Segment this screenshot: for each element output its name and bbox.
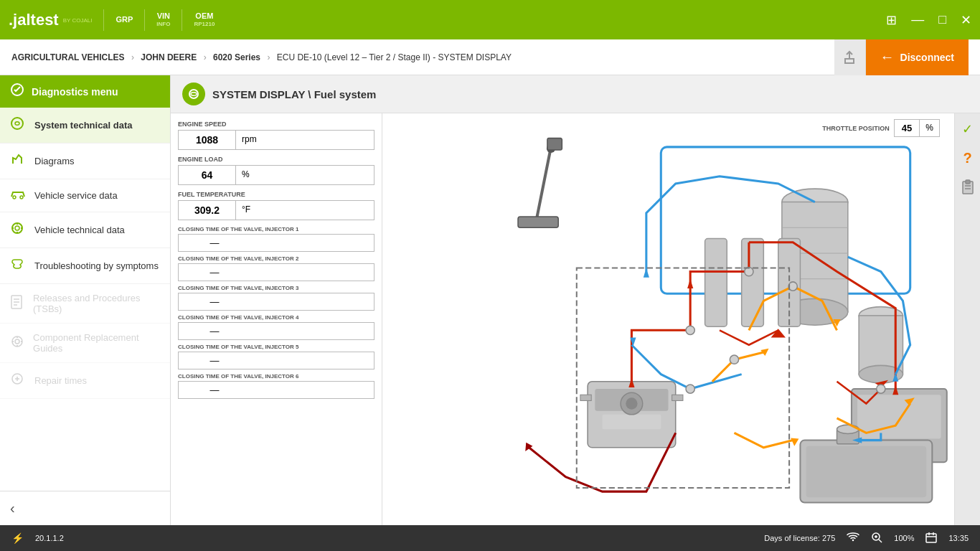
- content-icon: [182, 83, 205, 105]
- calendar-icon: [925, 532, 937, 545]
- svg-point-75: [877, 385, 885, 393]
- engine-load-value: 64: [179, 166, 236, 184]
- closing-4-label: CLOSING TIME OF THE VALVE, INJECTOR 4: [178, 314, 374, 321]
- diagram-area: THROTTLE POSITION 45 %: [382, 113, 954, 525]
- closing-injector-6: CLOSING TIME OF THE VALVE, INJECTOR 6 —: [178, 373, 374, 399]
- releases-icon: [10, 295, 26, 313]
- breadcrumb-6020[interactable]: 6020 Series: [213, 52, 260, 62]
- throttle-overlay-row: 45 %: [894, 119, 940, 137]
- s-icon: [834, 39, 866, 75]
- sep3: ›: [267, 52, 272, 62]
- engine-load-unit: %: [236, 166, 255, 184]
- breadcrumb: AGRICULTURAL VEHICLES › JOHN DEERE › 602…: [11, 52, 834, 62]
- data-panel: ENGINE SPEED 1088 rpm ENGINE LOAD 64 % F…: [171, 113, 382, 525]
- disconnect-button[interactable]: ← Disconnect: [866, 39, 969, 75]
- sidebar-vehicle-tech-label: Vehicle technical data: [34, 225, 125, 235]
- closing-2-label: CLOSING TIME OF THE VALVE, INJECTOR 2: [178, 255, 374, 262]
- clipboard-button[interactable]: [958, 176, 978, 197]
- engine-speed-label: ENGINE SPEED: [178, 121, 374, 128]
- svg-rect-68: [518, 217, 558, 227]
- diagrams-icon: [10, 152, 27, 170]
- sidebar-item-vehicle-service[interactable]: Vehicle service data: [0, 179, 170, 212]
- svg-rect-31: [580, 395, 591, 400]
- closing-4-value: —: [179, 323, 250, 339]
- close-icon[interactable]: ✕: [961, 12, 971, 28]
- sidebar: Diagnostics menu System technical data D…: [0, 75, 171, 525]
- sidebar-item-vehicle-technical[interactable]: Vehicle technical data: [0, 212, 170, 248]
- closing-3-row: —: [178, 293, 374, 311]
- breadcrumb-ecu[interactable]: ECU DE-10 (Level 12 – Tier 2 / Stage II)…: [277, 52, 512, 62]
- sidebar-repair-label: Repair times: [34, 375, 87, 386]
- fuel-temp-value: 309.2: [179, 201, 236, 220]
- closing-4-row: —: [178, 322, 374, 340]
- vin-button[interactable]: VIN INFO: [156, 11, 170, 28]
- time-display: 13:35: [948, 534, 969, 542]
- svg-point-76: [686, 385, 694, 393]
- disconnect-arrow-icon: ←: [880, 49, 895, 65]
- content-area: SYSTEM DISPLAY \ Fuel system ENGINE SPEE…: [171, 75, 980, 525]
- engine-load-row: 64 %: [178, 165, 374, 185]
- throttle-overlay-value: 45: [895, 120, 920, 136]
- grid-icon[interactable]: ⊞: [886, 12, 897, 28]
- sidebar-component-label: Component Replacement Guides: [33, 332, 160, 354]
- svg-point-15: [15, 339, 19, 344]
- wifi-icon: [847, 532, 859, 545]
- disconnect-area: ← Disconnect: [834, 39, 969, 75]
- back-arrow-icon: ‹: [10, 500, 15, 517]
- maximize-icon[interactable]: □: [938, 12, 946, 27]
- breadcrumb-agricultural[interactable]: AGRICULTURAL VEHICLES: [11, 52, 125, 62]
- minimize-icon[interactable]: —: [911, 12, 924, 27]
- svg-point-4: [12, 223, 22, 233]
- sidebar-header: Diagnostics menu: [0, 75, 170, 108]
- svg-rect-50: [705, 239, 727, 327]
- svg-point-1: [11, 118, 23, 129]
- closing-injector-4: CLOSING TIME OF THE VALVE, INJECTOR 4 —: [178, 314, 374, 340]
- logo-by: BY COJALI: [63, 17, 93, 24]
- disconnect-label: Disconnect: [900, 52, 954, 63]
- svg-point-49: [837, 425, 859, 433]
- closing-2-value: —: [179, 264, 250, 281]
- question-button[interactable]: ?: [958, 148, 978, 168]
- bottom-bar: ⚡ 20.1.1.2 Days of license: 275 100% 13:…: [0, 525, 980, 551]
- sep1: ›: [131, 52, 136, 62]
- svg-point-2: [13, 196, 16, 199]
- vehicle-service-icon: [10, 188, 27, 203]
- sidebar-item-repair: Repair times: [0, 363, 170, 399]
- svg-point-14: [12, 336, 22, 347]
- sidebar-title: Diagnostics menu: [32, 86, 118, 98]
- closing-injector-1: CLOSING TIME OF THE VALVE, INJECTOR 1 —: [178, 226, 374, 252]
- breadcrumb-johndeere[interactable]: JOHN DEERE: [141, 52, 197, 62]
- content-path: SYSTEM DISPLAY \ Fuel system: [212, 88, 376, 100]
- license-display: Days of license: 275: [764, 534, 835, 542]
- window-controls: ⊞ — □ ✕: [886, 12, 971, 28]
- closing-3-value: —: [179, 293, 250, 310]
- sidebar-back-button[interactable]: ‹: [0, 491, 170, 525]
- sidebar-item-system-technical-data[interactable]: System technical data: [0, 108, 170, 143]
- closing-3-label: CLOSING TIME OF THE VALVE, INJECTOR 3: [178, 285, 374, 291]
- closing-1-row: —: [178, 234, 374, 252]
- svg-rect-70: [547, 138, 562, 150]
- sidebar-item-troubleshooting[interactable]: Troubleshooting by symptoms: [0, 248, 170, 284]
- engine-speed-group: ENGINE SPEED 1088 rpm: [178, 121, 374, 150]
- usb-icon: ⚡: [11, 532, 24, 544]
- grp-button[interactable]: GRP: [116, 15, 133, 24]
- svg-rect-32: [672, 395, 683, 400]
- sidebar-item-diagrams[interactable]: Diagrams: [0, 143, 170, 179]
- svg-point-71: [686, 326, 694, 334]
- sidebar-diagrams-label: Diagrams: [34, 156, 75, 166]
- diagnostics-icon: [10, 83, 24, 100]
- sidebar-troubleshoot-label: Troubleshooting by symptoms: [34, 260, 159, 271]
- closing-1-label: CLOSING TIME OF THE VALVE, INJECTOR 1: [178, 226, 374, 232]
- oem-button[interactable]: OEM RP1210: [194, 11, 215, 28]
- vehicle-technical-icon: [10, 221, 27, 239]
- engine-speed-row: 1088 rpm: [178, 130, 374, 150]
- check-button[interactable]: ✓: [958, 119, 978, 139]
- content-header: SYSTEM DISPLAY \ Fuel system: [171, 75, 980, 113]
- fuel-pump: [580, 382, 683, 448]
- zoom-icon[interactable]: [871, 532, 882, 545]
- sidebar-releases-label: Releases and Procedures (TSBs): [33, 293, 160, 314]
- version-display: 20.1.1.2: [35, 534, 64, 542]
- data-content: ENGINE SPEED 1088 rpm ENGINE LOAD 64 % F…: [171, 113, 980, 525]
- closing-5-row: —: [178, 352, 374, 369]
- closing-injector-5: CLOSING TIME OF THE VALVE, INJECTOR 5 —: [178, 344, 374, 369]
